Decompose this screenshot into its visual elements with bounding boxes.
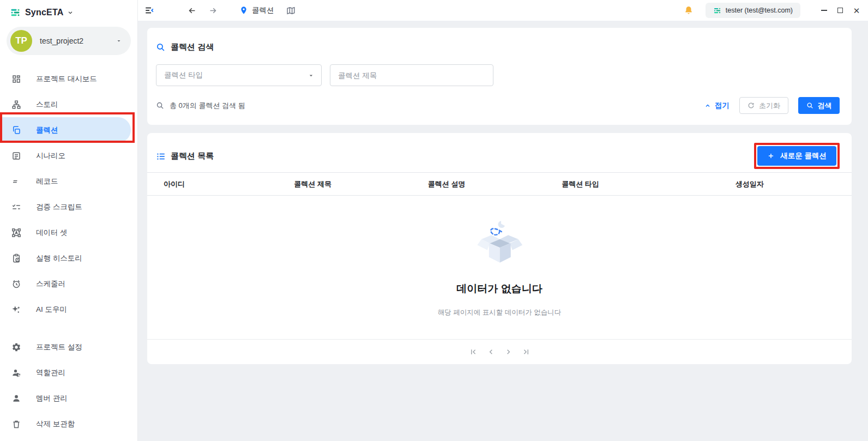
sidebar-item-trash-archive[interactable]: 삭제 보관함 bbox=[0, 411, 137, 437]
caret-down-icon bbox=[116, 38, 122, 44]
search-icon bbox=[156, 101, 164, 110]
record-icon bbox=[11, 176, 22, 187]
collection-list-header: 콜렉션 목록 새로운 콜렉션 bbox=[147, 143, 852, 169]
column-header-type: 콜렉션 타입 bbox=[514, 173, 647, 196]
list-panel-title: 콜렉션 목록 bbox=[156, 151, 214, 161]
back-arrow-icon[interactable] bbox=[187, 5, 197, 15]
search-icon bbox=[156, 43, 165, 52]
pagination bbox=[147, 339, 852, 364]
user-email-label: tester (test@test.com) bbox=[726, 7, 793, 14]
app-name: SyncETA bbox=[25, 8, 63, 17]
column-header-created-date: 생성일자 bbox=[647, 173, 852, 196]
collection-type-select[interactable]: 콜렉션 타입 bbox=[156, 64, 322, 86]
sidebar-item-record[interactable]: 레코드 bbox=[0, 168, 137, 194]
project-name: test_project2 bbox=[40, 37, 116, 45]
collection-icon bbox=[11, 125, 22, 136]
collection-table: 아이디 콜렉션 제목 콜렉션 설명 콜렉션 타입 생성일자 bbox=[147, 172, 852, 196]
app-logo[interactable]: SyncETA bbox=[0, 0, 137, 20]
run-history-icon bbox=[11, 253, 22, 264]
minimize-icon bbox=[821, 10, 827, 11]
forward-arrow-icon[interactable] bbox=[208, 5, 218, 15]
search-result-count-label: 총 0개의 콜렉션 검색 됨 bbox=[170, 101, 245, 111]
scheduler-icon bbox=[11, 279, 22, 289]
sidebar-item-member-management[interactable]: 멤버 관리 bbox=[0, 385, 137, 411]
search-filters: 콜렉션 타입 bbox=[156, 64, 840, 86]
sidebar-item-role-management[interactable]: 역할관리 bbox=[0, 360, 137, 385]
sidebar-nav: 프로젝트 대시보드 스토리 콜렉션 시나리오 bbox=[0, 66, 137, 437]
prev-page-icon[interactable] bbox=[486, 348, 495, 357]
validation-script-icon bbox=[11, 202, 22, 213]
collection-list-panel: 콜렉션 목록 새로운 콜렉션 아이디 콜렉션 제목 콜 bbox=[147, 133, 852, 364]
column-header-title: 콜렉션 제목 bbox=[246, 173, 379, 196]
search-panel-title: 콜렉션 검색 bbox=[156, 42, 840, 52]
chevron-down-icon bbox=[68, 10, 73, 15]
maximize-icon bbox=[837, 8, 843, 13]
trash-archive-icon bbox=[11, 419, 22, 430]
topbar: 콜렉션 tester (test@test.com) ✕ bbox=[138, 0, 868, 21]
project-selector[interactable]: TP test_project2 bbox=[7, 27, 131, 55]
empty-state: 데이터가 없습니다 해당 페이지에 표시할 데이터가 없습니다 bbox=[147, 196, 852, 339]
window-minimize-button[interactable] bbox=[816, 2, 832, 19]
sidebar-item-project-settings[interactable]: 프로젝트 설정 bbox=[0, 334, 137, 360]
synceta-logo-icon bbox=[10, 7, 21, 18]
caret-down-icon bbox=[308, 72, 315, 79]
scenario-icon bbox=[11, 150, 22, 161]
sidebar-item-run-history[interactable]: 실행 히스토리 bbox=[0, 245, 137, 271]
close-icon: ✕ bbox=[853, 7, 860, 15]
sidebar-item-validation-script[interactable]: 검증 스크립트 bbox=[0, 194, 137, 220]
search-actions: 접기 초기화 검색 bbox=[704, 97, 840, 114]
main-content: 콜렉션 검색 콜렉션 타입 총 0개의 콜렉션 검색 됨 bbox=[138, 21, 868, 441]
last-page-icon[interactable] bbox=[521, 348, 530, 357]
column-header-id: 아이디 bbox=[147, 173, 246, 196]
list-icon bbox=[156, 152, 165, 161]
project-avatar: TP bbox=[10, 30, 32, 52]
member-management-icon bbox=[11, 393, 22, 404]
refresh-icon bbox=[748, 102, 755, 109]
sidebar: SyncETA TP test_project2 프로젝트 대시보드 bbox=[0, 0, 138, 441]
sidebar-item-dataset[interactable]: 데이터 셋 bbox=[0, 220, 137, 245]
sidebar-item-scheduler[interactable]: 스케줄러 bbox=[0, 271, 137, 297]
dataset-icon bbox=[11, 227, 22, 238]
empty-box-illustration bbox=[472, 218, 527, 268]
app-window: SyncETA TP test_project2 프로젝트 대시보드 bbox=[0, 0, 868, 441]
breadcrumb: 콜렉션 bbox=[239, 5, 274, 15]
window-controls: ✕ bbox=[816, 2, 865, 19]
collapse-sidebar-icon[interactable] bbox=[144, 5, 154, 15]
empty-state-title: 데이터가 없습니다 bbox=[456, 282, 542, 296]
collapse-filters-button[interactable]: 접기 bbox=[704, 101, 730, 111]
annotation-highlight-new-collection: 새로운 콜렉션 bbox=[754, 143, 840, 169]
search-result-row: 총 0개의 콜렉션 검색 됨 접기 초기화 bbox=[156, 97, 840, 114]
chevron-up-icon bbox=[704, 102, 711, 109]
location-pin-icon bbox=[239, 6, 248, 15]
sidebar-item-collection[interactable]: 콜렉션 bbox=[0, 117, 131, 143]
notification-bell-icon[interactable] bbox=[684, 5, 694, 15]
sidebar-item-project-dashboard[interactable]: 프로젝트 대시보드 bbox=[0, 66, 137, 92]
search-panel-title-label: 콜렉션 검색 bbox=[171, 42, 214, 52]
sidebar-item-story[interactable]: 스토리 bbox=[0, 92, 137, 117]
sidebar-group-divider bbox=[0, 322, 137, 334]
sidebar-item-ai-helper[interactable]: AI 도우미 bbox=[0, 297, 137, 322]
search-icon bbox=[806, 102, 813, 109]
new-collection-button[interactable]: 새로운 콜렉션 bbox=[757, 146, 836, 166]
collection-title-input[interactable] bbox=[330, 64, 493, 86]
sidebar-item-scenario[interactable]: 시나리오 bbox=[0, 143, 137, 168]
table-header-row: 아이디 콜렉션 제목 콜렉션 설명 콜렉션 타입 생성일자 bbox=[147, 173, 852, 196]
dashboard-icon bbox=[11, 74, 22, 84]
reset-button[interactable]: 초기화 bbox=[739, 97, 788, 114]
window-close-button[interactable]: ✕ bbox=[848, 2, 865, 19]
window-maximize-button[interactable] bbox=[832, 2, 848, 19]
empty-state-subtitle: 해당 페이지에 표시할 데이터가 없습니다 bbox=[438, 308, 561, 317]
search-button[interactable]: 검색 bbox=[798, 97, 840, 114]
plus-icon bbox=[767, 152, 775, 160]
breadcrumb-label: 콜렉션 bbox=[252, 5, 274, 15]
ai-helper-icon bbox=[11, 304, 22, 315]
map-icon[interactable] bbox=[286, 5, 296, 15]
role-management-icon bbox=[11, 367, 22, 378]
first-page-icon[interactable] bbox=[469, 348, 478, 357]
settings-icon bbox=[11, 342, 22, 353]
collection-search-panel: 콜렉션 검색 콜렉션 타입 총 0개의 콜렉션 검색 됨 bbox=[147, 28, 852, 125]
next-page-icon[interactable] bbox=[504, 348, 513, 357]
user-account-button[interactable]: tester (test@test.com) bbox=[706, 3, 800, 18]
column-header-description: 콜렉션 설명 bbox=[379, 173, 513, 196]
story-icon bbox=[11, 99, 22, 110]
